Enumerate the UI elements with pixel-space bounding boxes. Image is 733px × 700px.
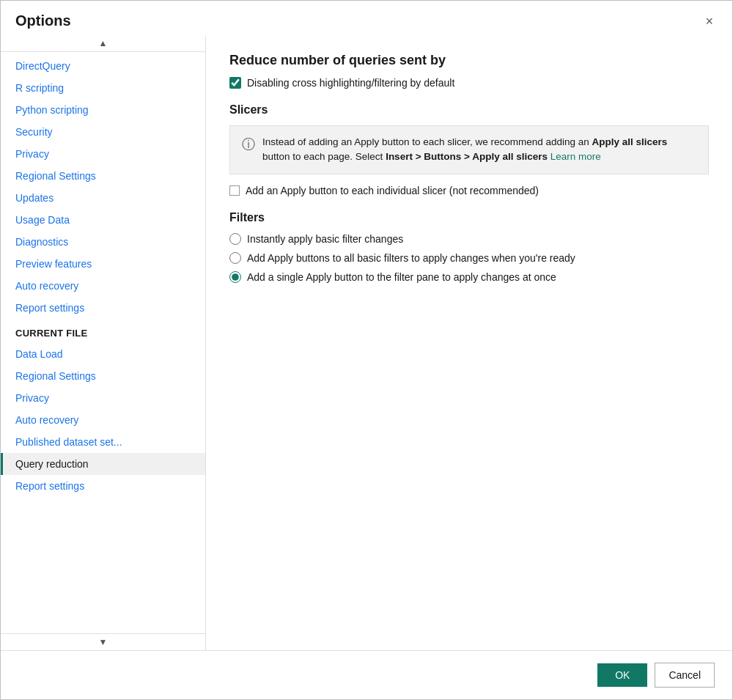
filter-option-0: Instantly apply basic filter changes [229,233,709,245]
sidebar-item-reportsettings[interactable]: Report settings [1,297,205,319]
info-text-part2: button to each page. Select [262,151,386,162]
filter-radio-1[interactable] [229,252,241,264]
cross-highlight-row: Disabling cross highlighting/filtering b… [229,77,709,89]
filter-option-2: Add a single Apply button to the filter … [229,271,709,283]
close-button[interactable]: × [701,13,718,29]
sidebar-item-privacy[interactable]: Privacy [1,143,205,165]
sidebar-item-previewfeatures[interactable]: Preview features [1,253,205,275]
apply-button-label: Add an Apply button to each individual s… [246,185,539,196]
filter-label-1: Add Apply buttons to all basic filters t… [247,252,575,264]
cross-highlight-label: Disabling cross highlighting/filtering b… [247,77,454,89]
sidebar-item-autorecovery[interactable]: Auto recovery [1,275,205,297]
sidebar-item-cf-queryreduction[interactable]: Query reduction [1,453,205,475]
main-content: Reduce number of queries sent by Disabli… [206,35,732,650]
slicers-title: Slicers [229,103,709,117]
main-section-title: Reduce number of queries sent by [229,53,709,68]
filters-title: Filters [229,211,709,224]
learn-more-link[interactable]: Learn more [550,151,601,162]
ok-button[interactable]: OK [597,663,647,687]
sidebar-item-directquery[interactable]: DirectQuery [1,55,205,77]
sidebar-item-dataload[interactable]: Data Load [1,343,205,365]
sidebar-item-pythonscripting[interactable]: Python scripting [1,99,205,121]
current-file-section-label: CURRENT FILE [1,319,205,343]
sidebar: ▲ DirectQuery R scripting Python scripti… [1,35,206,650]
filter-label-0: Instantly apply basic filter changes [247,233,403,245]
dialog-body: ▲ DirectQuery R scripting Python scripti… [1,35,732,650]
cancel-button[interactable]: Cancel [655,663,715,688]
slicers-info-box: ⓘ Instead of adding an Apply button to e… [229,125,709,174]
sidebar-item-cf-regionalsettings[interactable]: Regional Settings [1,365,205,387]
options-dialog: Options × ▲ DirectQuery R scripting Pyth… [0,0,733,700]
sidebar-item-cf-autorecovery[interactable]: Auto recovery [1,409,205,431]
dialog-footer: OK Cancel [1,650,732,699]
sidebar-item-diagnostics[interactable]: Diagnostics [1,231,205,253]
sidebar-item-rscripting[interactable]: R scripting [1,77,205,99]
sidebar-item-cf-publisheddataset[interactable]: Published dataset set... [1,431,205,453]
info-bold1: Apply all slicers [592,136,668,147]
dialog-title: Options [15,12,71,29]
sidebar-item-security[interactable]: Security [1,121,205,143]
slicers-info-text: Instead of adding an Apply button to eac… [262,135,696,165]
info-bold2: Insert > Buttons > Apply all slicers [386,151,548,162]
info-text-part1: Instead of adding an Apply button to eac… [262,136,592,147]
sidebar-item-cf-privacy[interactable]: Privacy [1,387,205,409]
filter-radio-0[interactable] [229,233,241,245]
sidebar-scroll: DirectQuery R scripting Python scripting… [1,52,205,633]
scroll-up-arrow[interactable]: ▲ [1,35,205,52]
sidebar-item-usagedata[interactable]: Usage Data [1,209,205,231]
chevron-up-icon: ▲ [99,38,108,48]
sidebar-item-regionalsettings[interactable]: Regional Settings [1,165,205,187]
filter-radio-2[interactable] [229,271,241,283]
scroll-down-arrow[interactable]: ▼ [1,633,205,650]
filter-label-2: Add a single Apply button to the filter … [247,271,556,283]
apply-button-checkbox[interactable] [229,185,240,196]
filters-section: Filters Instantly apply basic filter cha… [229,211,709,283]
apply-button-row: Add an Apply button to each individual s… [229,185,709,196]
sidebar-item-cf-reportsettings[interactable]: Report settings [1,475,205,497]
cross-highlight-checkbox[interactable] [229,77,241,89]
sidebar-item-updates[interactable]: Updates [1,187,205,209]
filter-option-1: Add Apply buttons to all basic filters t… [229,252,709,264]
chevron-down-icon: ▼ [99,637,108,647]
dialog-header: Options × [1,1,732,35]
info-circle-icon: ⓘ [242,136,255,153]
filter-radio-group: Instantly apply basic filter changes Add… [229,233,709,283]
